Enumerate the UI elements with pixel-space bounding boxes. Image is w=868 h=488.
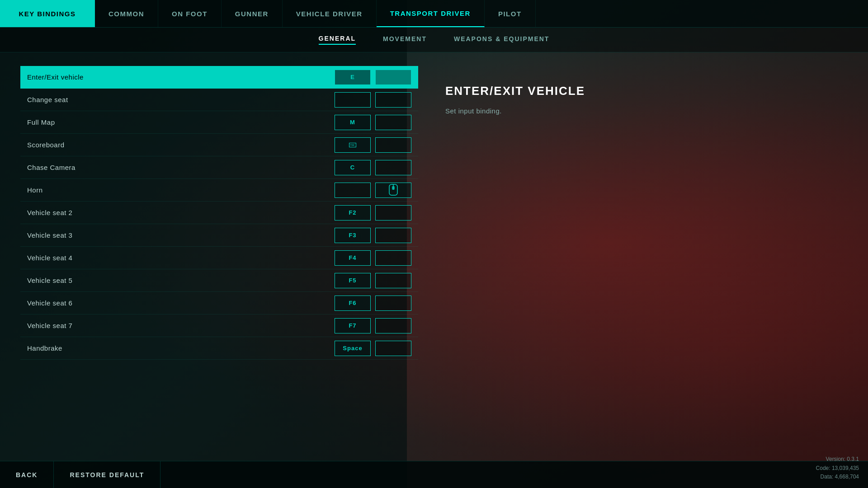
key-secondary-enter-exit-vehicle[interactable] xyxy=(375,70,411,85)
nav-label-key-bindings: KEY BINDINGS xyxy=(19,10,75,18)
key-secondary-vehicle-seat-4[interactable] xyxy=(375,250,411,266)
binding-name-scoreboard: Scoreboard xyxy=(27,141,335,149)
binding-row-full-map[interactable]: Full Map M xyxy=(20,111,418,134)
binding-row-vehicle-seat-2[interactable]: Vehicle seat 2 F2 xyxy=(20,202,418,224)
binding-name-vehicle-seat-6: Vehicle seat 6 xyxy=(27,299,335,307)
key-secondary-change-seat[interactable] xyxy=(375,92,411,108)
back-button[interactable]: BACK xyxy=(0,461,54,488)
binding-keys-vehicle-seat-6: F6 xyxy=(335,296,411,311)
key-primary-horn[interactable] xyxy=(335,183,371,198)
key-secondary-vehicle-seat-7[interactable] xyxy=(375,318,411,333)
binding-row-vehicle-seat-3[interactable]: Vehicle seat 3 F3 xyxy=(20,224,418,247)
key-primary-full-map[interactable]: M xyxy=(335,115,371,130)
tab-icon: ↔ xyxy=(349,143,356,147)
key-primary-vehicle-seat-3[interactable]: F3 xyxy=(335,228,371,243)
binding-keys-vehicle-seat-7: F7 xyxy=(335,318,411,333)
binding-row-vehicle-seat-5[interactable]: Vehicle seat 5 F5 xyxy=(20,269,418,292)
key-primary-vehicle-seat-5[interactable]: F5 xyxy=(335,273,371,288)
binding-row-change-seat[interactable]: Change seat xyxy=(20,89,418,111)
nav-item-on-foot[interactable]: ON FOOT xyxy=(158,0,222,27)
binding-keys-enter-exit-vehicle: E xyxy=(335,70,411,85)
sub-navigation: GENERAL MOVEMENT WEAPONS & EQUIPMENT xyxy=(0,28,868,52)
key-primary-enter-exit-vehicle[interactable]: E xyxy=(335,70,371,85)
mouse-icon xyxy=(388,184,398,197)
sub-nav-general[interactable]: GENERAL xyxy=(319,35,356,45)
binding-keys-handbrake: Space xyxy=(335,341,411,356)
binding-keys-vehicle-seat-3: F3 xyxy=(335,228,411,243)
nav-label-common: COMMON xyxy=(108,10,144,18)
key-secondary-horn[interactable] xyxy=(375,183,411,198)
binding-name-full-map: Full Map xyxy=(27,118,335,126)
key-primary-vehicle-seat-2[interactable]: F2 xyxy=(335,205,371,221)
binding-row-vehicle-seat-7[interactable]: Vehicle seat 7 F7 xyxy=(20,314,418,337)
nav-item-common[interactable]: COMMON xyxy=(95,0,158,27)
nav-label-transport-driver: TRANSPORT DRIVER xyxy=(390,9,471,17)
binding-row-horn[interactable]: Horn xyxy=(20,179,418,202)
key-primary-handbrake[interactable]: Space xyxy=(335,341,371,356)
binding-name-horn: Horn xyxy=(27,186,335,194)
binding-row-handbrake[interactable]: Handbrake Space xyxy=(20,337,418,360)
binding-name-chase-camera: Chase Camera xyxy=(27,164,335,171)
version-data: Data: 4,668,704 xyxy=(816,473,859,481)
key-secondary-vehicle-seat-2[interactable] xyxy=(375,205,411,221)
key-secondary-vehicle-seat-3[interactable] xyxy=(375,228,411,243)
top-navigation: KEY BINDINGS COMMON ON FOOT GUNNER VEHIC… xyxy=(0,0,868,28)
binding-keys-change-seat xyxy=(335,92,411,108)
binding-keys-vehicle-seat-4: F4 xyxy=(335,250,411,266)
binding-row-vehicle-seat-6[interactable]: Vehicle seat 6 F6 xyxy=(20,292,418,314)
binding-row-enter-exit-vehicle[interactable]: Enter/Exit vehicle E xyxy=(20,66,418,89)
nav-label-vehicle-driver: VEHICLE DRIVER xyxy=(296,10,363,18)
key-primary-scoreboard[interactable]: ↔ xyxy=(335,137,371,153)
version-info: Version: 0.3.1 Code: 13,039,435 Data: 4,… xyxy=(816,455,859,481)
main-content: Enter/Exit vehicle E Change seat Full Ma… xyxy=(0,52,868,461)
key-primary-change-seat[interactable] xyxy=(335,92,371,108)
binding-name-vehicle-seat-3: Vehicle seat 3 xyxy=(27,231,335,239)
sub-nav-label-general: GENERAL xyxy=(319,35,356,42)
restore-default-button[interactable]: RESTORE DEFAULT xyxy=(54,461,160,488)
info-description: Set input binding. xyxy=(445,107,841,115)
nav-item-pilot[interactable]: PILOT xyxy=(485,0,536,27)
binding-name-vehicle-seat-7: Vehicle seat 7 xyxy=(27,322,335,329)
binding-row-vehicle-seat-4[interactable]: Vehicle seat 4 F4 xyxy=(20,247,418,269)
key-primary-vehicle-seat-6[interactable]: F6 xyxy=(335,296,371,311)
binding-name-vehicle-seat-4: Vehicle seat 4 xyxy=(27,254,335,262)
nav-label-gunner: GUNNER xyxy=(235,10,269,18)
sub-nav-label-movement: MOVEMENT xyxy=(383,35,427,42)
binding-keys-horn xyxy=(335,183,411,198)
key-secondary-vehicle-seat-5[interactable] xyxy=(375,273,411,288)
key-secondary-chase-camera[interactable] xyxy=(375,160,411,175)
binding-row-chase-camera[interactable]: Chase Camera C xyxy=(20,156,418,179)
svg-rect-2 xyxy=(392,186,395,190)
binding-name-vehicle-seat-2: Vehicle seat 2 xyxy=(27,209,335,216)
key-primary-chase-camera[interactable]: C xyxy=(335,160,371,175)
sub-nav-label-weapons-equipment: WEAPONS & EQUIPMENT xyxy=(454,35,549,42)
binding-keys-full-map: M xyxy=(335,115,411,130)
key-primary-vehicle-seat-7[interactable]: F7 xyxy=(335,318,371,333)
sub-nav-movement[interactable]: MOVEMENT xyxy=(383,35,427,44)
binding-keys-vehicle-seat-2: F2 xyxy=(335,205,411,221)
binding-keys-vehicle-seat-5: F5 xyxy=(335,273,411,288)
nav-label-pilot: PILOT xyxy=(498,10,522,18)
nav-label-on-foot: ON FOOT xyxy=(172,10,208,18)
nav-item-key-bindings[interactable]: KEY BINDINGS xyxy=(0,0,95,27)
version-code: Code: 13,039,435 xyxy=(816,464,859,473)
key-secondary-vehicle-seat-6[interactable] xyxy=(375,296,411,311)
binding-name-handbrake: Handbrake xyxy=(27,344,335,352)
key-secondary-handbrake[interactable] xyxy=(375,341,411,356)
nav-item-vehicle-driver[interactable]: VEHICLE DRIVER xyxy=(283,0,377,27)
key-primary-vehicle-seat-4[interactable]: F4 xyxy=(335,250,371,266)
binding-row-scoreboard[interactable]: Scoreboard ↔ xyxy=(20,134,418,156)
binding-name-change-seat: Change seat xyxy=(27,96,335,103)
bindings-list: Enter/Exit vehicle E Change seat Full Ma… xyxy=(20,66,418,461)
nav-item-transport-driver[interactable]: TRANSPORT DRIVER xyxy=(377,0,485,27)
binding-name-vehicle-seat-5: Vehicle seat 5 xyxy=(27,277,335,284)
binding-keys-scoreboard: ↔ xyxy=(335,137,411,153)
key-secondary-scoreboard[interactable] xyxy=(375,137,411,153)
key-secondary-full-map[interactable] xyxy=(375,115,411,130)
sub-nav-weapons-equipment[interactable]: WEAPONS & EQUIPMENT xyxy=(454,35,549,44)
info-panel: ENTER/EXIT VEHICLE Set input binding. xyxy=(418,66,868,461)
binding-keys-chase-camera: C xyxy=(335,160,411,175)
nav-item-gunner[interactable]: GUNNER xyxy=(222,0,283,27)
info-title: ENTER/EXIT VEHICLE xyxy=(445,84,841,98)
version-number: Version: 0.3.1 xyxy=(816,455,859,464)
